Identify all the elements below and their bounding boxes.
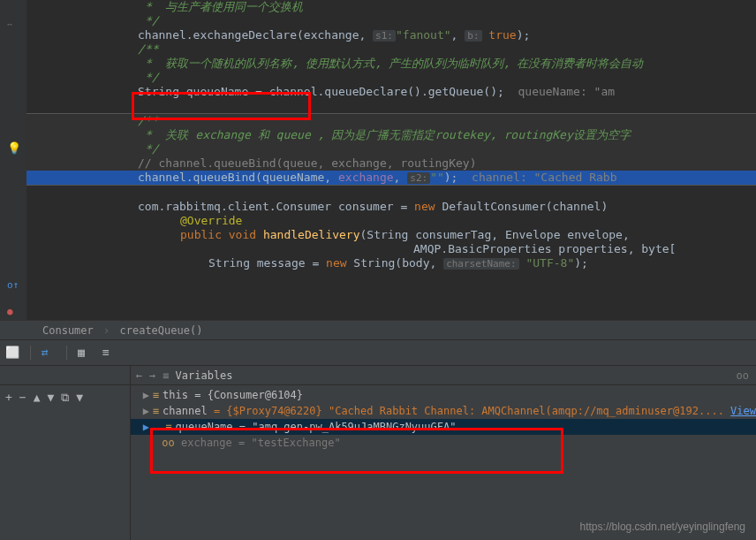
breadcrumb-bar[interactable]: Consumer › createQueue() [0,320,756,339]
comment: * 与生产者使用同一个交换机 [145,0,303,13]
code-editor[interactable]: * 与生产者使用同一个交换机 */ channel.exchangeDeclar… [26,0,756,320]
remove-watch-icon[interactable]: − [19,391,26,405]
comment: /** [138,114,158,127]
var-queueName[interactable]: ▶ ≡queueName = "amq.gen-pw_Ak59uJaMBNGzN… [131,419,756,435]
frames-column: + − ▲ ▼ ⧉ ▼ [0,366,131,540]
comment: * 获取一个随机的队列名称, 使用默认方式, 产生的队列为临时队列, 在没有消费… [145,57,643,70]
oo-label: oo [737,366,749,385]
param-hint: b: [465,30,481,42]
frames-header [0,366,130,385]
comment: */ [145,142,159,156]
watermark: https://blog.csdn.net/yeyinglingfeng [580,521,745,533]
lightbulb-icon[interactable]: 💡 [7,141,21,155]
debug-panel: ⬜ ⇄ ▦ ≡ + − ▲ ▼ ⧉ ▼ ← → Variables oo [0,339,756,540]
breadcrumb-method[interactable]: createQueue() [120,324,203,337]
filter-icon[interactable]: ▼ [76,391,83,405]
override-up-icon[interactable]: o↑ [7,279,19,291]
code: String queueName = [138,85,269,98]
restore-layout-icon[interactable]: ⬜ [5,346,19,360]
up-icon[interactable]: ▲ [34,391,41,405]
breadcrumb-class[interactable]: Consumer [42,324,94,337]
editor-gutter: ⋯ 💡 o↑ ● [0,0,26,320]
var-channel[interactable]: ▶≡channel = {$Proxy74@6220} "Cached Rabb… [131,403,756,419]
settings-icon[interactable]: ≡ [102,346,117,360]
inline-hint: channel: "Cached Rabb [457,171,616,184]
variables-tree[interactable]: ▶≡this = {Consumer@6104} ▶≡channel = {$P… [131,385,756,453]
annotation: @Override [180,214,242,227]
code: channel.exchangeDeclare(exchange, [138,28,373,42]
comment: */ [145,71,159,84]
var-this[interactable]: ▶≡this = {Consumer@6104} [131,387,756,403]
comment: /** [138,42,158,56]
comment: */ [145,14,159,27]
param-hint: s1: [373,30,396,42]
variables-column: ← → Variables oo ▶≡this = {Consumer@6104… [131,366,756,540]
method-name: handleDelivery [263,228,360,241]
nav-right-icon[interactable]: → [149,366,155,384]
frames-icon[interactable]: ⇄ [42,346,56,360]
calculator-icon[interactable]: ▦ [78,346,92,360]
string: "fanout" [396,28,451,42]
var-exchange[interactable]: oo exchange = "testExchange" [131,435,756,451]
breadcrumb-separator: › [103,324,110,337]
add-watch-icon[interactable]: + [5,391,12,405]
view-link[interactable]: View [730,405,756,417]
hint-icon: ⋯ [7,19,12,29]
variables-label: Variables [163,366,232,384]
down-icon[interactable]: ▼ [47,391,54,405]
copy-icon[interactable]: ⧉ [61,391,69,405]
nav-left-icon[interactable]: ← [136,366,142,384]
comment: // channel.queueBind(queue, exchange, ro… [138,156,477,170]
breakpoint-icon[interactable]: ● [7,306,13,317]
debug-toolbar: ⬜ ⇄ ▦ ≡ [0,339,756,366]
inline-hint: queueName: "am [504,85,615,98]
execution-line: channel.queueBind(queueName, exchange, s… [26,171,756,185]
